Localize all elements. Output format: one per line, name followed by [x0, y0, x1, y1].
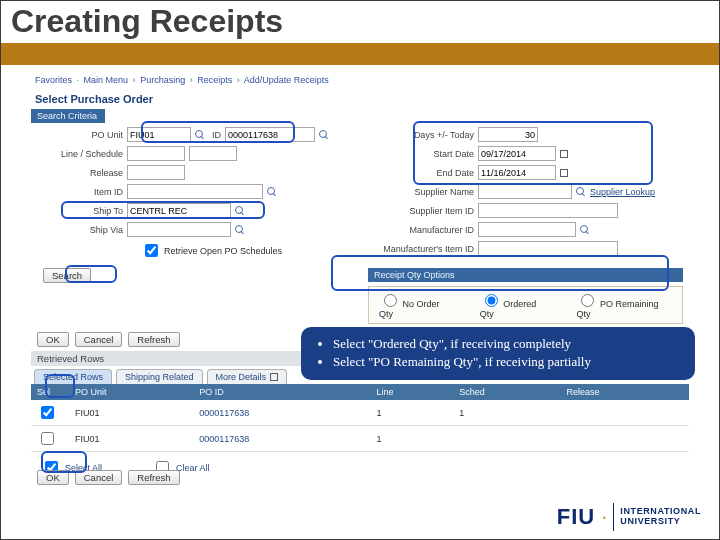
calendar-icon[interactable]: [560, 150, 568, 158]
qty-no-order[interactable]: No Order Qty: [379, 291, 454, 319]
label-id: ID: [209, 130, 221, 140]
search-icon[interactable]: [576, 187, 586, 197]
row-select-checkbox[interactable]: [41, 432, 54, 445]
cell-pounit: FIU01: [69, 426, 193, 452]
calendar-icon[interactable]: [560, 169, 568, 177]
cell-pounit: FIU01: [69, 400, 193, 426]
search-criteria-grid: PO Unit ID Line / Schedule Release Item …: [31, 123, 689, 328]
label-start-date: Start Date: [368, 149, 474, 159]
row-select-checkbox[interactable]: [41, 406, 54, 419]
label-supplier-item-id: Supplier Item ID: [368, 206, 474, 216]
label-ship-via: Ship Via: [37, 225, 123, 235]
crumb-favorites[interactable]: Favorites: [35, 75, 72, 85]
line-input[interactable]: [127, 146, 185, 161]
tab-shipping-related[interactable]: Shipping Related: [116, 369, 203, 384]
cancel-button[interactable]: Cancel: [75, 332, 123, 347]
cell-release: [560, 426, 689, 452]
search-icon[interactable]: [235, 225, 245, 235]
end-date-input[interactable]: [478, 165, 556, 180]
refresh-button[interactable]: Refresh: [128, 332, 179, 347]
breadcrumb: Favorites · Main Menu › Purchasing › Rec…: [31, 73, 689, 87]
ok-button[interactable]: OK: [37, 332, 69, 347]
col-line: Line: [370, 384, 453, 400]
po-id-input[interactable]: [225, 127, 315, 142]
retrieve-open-checkbox[interactable]: [145, 244, 158, 257]
label-retrieve-open: Retrieve Open PO Schedules: [164, 246, 282, 256]
ship-via-input[interactable]: [127, 222, 231, 237]
receipt-qty-options-header: Receipt Qty Options: [368, 268, 683, 282]
receipt-qty-options: No Order Qty Ordered Qty PO Remaining Qt…: [368, 286, 683, 324]
cell-sched: 1: [453, 400, 560, 426]
gold-stripe: [1, 43, 719, 65]
application-screenshot: Favorites · Main Menu › Purchasing › Rec…: [31, 73, 689, 493]
search-button[interactable]: Search: [43, 268, 91, 283]
manufacturer-item-id-input[interactable]: [478, 241, 618, 256]
fiu-logo: FIU· INTERNATIONAL UNIVERSITY: [557, 503, 701, 531]
label-mfg-item-id: Manufacturer's Item ID: [368, 244, 474, 254]
search-icon[interactable]: [195, 130, 205, 140]
page-title: Select Purchase Order: [31, 87, 689, 109]
cell-poid[interactable]: 0000117638: [193, 400, 370, 426]
label-ship-to: Ship To: [37, 206, 123, 216]
crumb-mainmenu[interactable]: Main Menu: [84, 75, 129, 85]
supplier-name-input[interactable]: [478, 184, 572, 199]
label-lineschedule: Line / Schedule: [37, 149, 123, 159]
cell-line: 1: [370, 426, 453, 452]
col-po-id: PO ID: [193, 384, 370, 400]
tab-more-details[interactable]: More Details: [207, 369, 288, 384]
search-icon[interactable]: [319, 130, 329, 140]
expand-icon: [270, 373, 278, 381]
search-icon[interactable]: [235, 206, 245, 216]
cell-poid[interactable]: 0000117638: [193, 426, 370, 452]
cell-line: 1: [370, 400, 453, 426]
slide-title: Creating Receipts: [11, 3, 709, 40]
search-icon[interactable]: [580, 225, 590, 235]
crumb-purchasing[interactable]: Purchasing: [140, 75, 185, 85]
col-sched: Sched: [453, 384, 560, 400]
cell-release: [560, 400, 689, 426]
col-sel: Sel: [31, 384, 69, 400]
item-id-input[interactable]: [127, 184, 263, 199]
tab-selected-rows[interactable]: Selected Rows: [34, 369, 112, 384]
ok-button-bottom[interactable]: OK: [37, 470, 69, 485]
callout-bullet-2: Select "PO Remaining Qty", if receiving …: [333, 353, 681, 371]
label-end-date: End Date: [368, 168, 474, 178]
supplier-lookup-link[interactable]: Supplier Lookup: [590, 187, 655, 197]
manufacturer-id-input[interactable]: [478, 222, 576, 237]
label-days-today: Days +/- Today: [368, 130, 474, 140]
search-icon[interactable]: [267, 187, 277, 197]
release-input[interactable]: [127, 165, 185, 180]
start-date-input[interactable]: [478, 146, 556, 161]
col-po-unit: PO Unit: [69, 384, 193, 400]
cell-sched: [453, 426, 560, 452]
label-item-id: Item ID: [37, 187, 123, 197]
callout-bullet-1: Select "Ordered Qty", if receiving compl…: [333, 335, 681, 353]
po-unit-input[interactable]: [127, 127, 191, 142]
qty-remaining[interactable]: PO Remaining Qty: [576, 291, 672, 319]
refresh-button-bottom[interactable]: Refresh: [128, 470, 179, 485]
crumb-addupdate[interactable]: Add/Update Receipts: [244, 75, 329, 85]
results-table: Sel PO Unit PO ID Line Sched Release FIU…: [31, 384, 689, 452]
ship-to-input[interactable]: [127, 203, 231, 218]
label-mfg-id: Manufacturer ID: [368, 225, 474, 235]
col-release: Release: [560, 384, 689, 400]
instruction-callout: Select "Ordered Qty", if receiving compl…: [301, 327, 695, 380]
label-release: Release: [37, 168, 123, 178]
crumb-receipts[interactable]: Receipts: [197, 75, 232, 85]
label-supplier-name: Supplier Name: [368, 187, 474, 197]
qty-ordered[interactable]: Ordered Qty: [480, 291, 551, 319]
label-po-unit: PO Unit: [37, 130, 123, 140]
search-criteria-header: Search Criteria: [31, 109, 105, 123]
supplier-item-id-input[interactable]: [478, 203, 618, 218]
cancel-button-bottom[interactable]: Cancel: [75, 470, 123, 485]
table-row: FIU01 0000117638 1: [31, 426, 689, 452]
table-row: FIU01 0000117638 1 1: [31, 400, 689, 426]
days-input[interactable]: [478, 127, 538, 142]
schedule-input[interactable]: [189, 146, 237, 161]
